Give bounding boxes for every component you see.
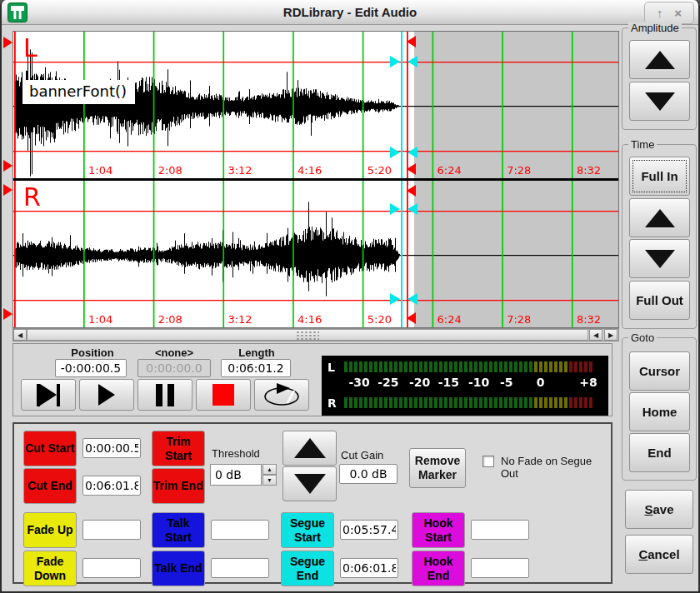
meter-segment [489,361,492,372]
close-button[interactable]: × [674,7,682,19]
waveform-pane-right[interactable]: R 1:042:083:124:165:206:247:288:32 [13,181,618,327]
waveform-hscrollbar[interactable]: ◀ ◀ ▶ [12,328,619,341]
goto-end-button[interactable]: End [629,433,690,472]
cut-end-marker-icon[interactable] [407,312,416,324]
meter-segment [534,361,538,372]
hook-end-input[interactable] [471,558,529,578]
meter-segment [514,361,518,372]
full-in-button[interactable]: Full In [629,157,690,196]
segue-marker-icon[interactable] [408,147,418,158]
talk-end-input[interactable] [211,558,269,578]
shade-button[interactable]: ↑ [657,7,663,19]
cut-end-marker-icon[interactable] [407,163,416,175]
cut-start-button[interactable]: Cut Start [23,431,77,466]
hook-start-input[interactable] [471,520,529,540]
marker-panel: Cut Start Cut End Trim Start Trim End Th… [12,422,612,584]
fade-up-button[interactable]: Fade Up [23,512,77,548]
gain-up-button[interactable] [282,431,337,466]
waveform-pane-left[interactable]: L bannerFont() 1:042:083:124:165:206:247… [13,32,618,178]
meter-segment [399,397,402,408]
gain-down-button[interactable] [282,466,337,501]
pause-icon [156,384,162,406]
segue-start-button[interactable]: Segue Start [281,512,334,548]
position-input[interactable] [55,359,127,377]
remove-marker-button[interactable]: Remove Marker [409,448,466,488]
segue-start-input[interactable] [340,520,398,540]
trim-end-button[interactable]: Trim End [152,468,205,504]
scrollbar-thumb[interactable] [27,329,588,341]
cut-start-input[interactable] [82,438,141,458]
meter-segment [524,361,528,372]
pause-button[interactable] [138,379,192,411]
goto-home-button[interactable]: Home [629,392,690,431]
cut-end-button[interactable]: Cut End [23,468,77,504]
cancel-button[interactable]: Cancel [625,535,693,574]
scroll-left-button[interactable]: ◀ [13,329,27,341]
cut-end-marker-icon[interactable] [407,185,416,197]
cut-gain-input[interactable] [339,464,398,484]
fade-up-input[interactable] [82,520,141,540]
threshold-spin-up-button[interactable]: ▲ [262,464,277,475]
meter-segment [384,361,388,372]
hook-start-button[interactable]: Hook Start [412,512,465,548]
meter-segment [364,361,368,372]
goto-cursor-button[interactable]: Cursor [629,351,690,391]
window-title: RDLibrary - Edit Audio [2,5,698,19]
cut-end-marker-icon[interactable] [407,36,416,47]
cut-start-marker-icon[interactable] [3,308,12,320]
meter-scale-tick: -25 [378,376,398,389]
scroll-right-button[interactable]: ▶ [604,329,618,341]
arrow-up-icon [645,51,675,69]
talk-start-button[interactable]: Talk Start [152,512,205,548]
full-out-button[interactable]: Full Out [629,281,690,320]
time-down-button[interactable] [629,239,690,278]
meter-segment [349,361,352,372]
play-from-start-button[interactable] [21,379,76,411]
segue-marker-icon[interactable] [408,203,418,215]
threshold-spin-down-button[interactable]: ▼ [262,475,277,486]
meter-segment [434,361,438,372]
cut-start-marker-icon[interactable] [3,184,12,196]
window-controls: ↑ × [644,2,694,24]
cut-start-marker-icon[interactable] [3,160,12,172]
segue-marker-icon[interactable] [408,293,418,305]
level-meter: L -30-25-20-15-10-50+8 R [322,356,608,416]
segue-marker-icon[interactable] [390,293,400,305]
amplitude-down-button[interactable] [629,82,690,121]
hook-end-button[interactable]: Hook End [412,551,465,586]
segue-end-button[interactable]: Segue End [281,551,334,586]
waveform-canvas-right[interactable] [13,181,618,327]
goto-group-label: Goto [628,331,657,344]
stop-button[interactable] [196,379,251,411]
fade-down-input[interactable] [82,558,141,578]
loop-button[interactable] [254,379,309,411]
talk-end-button[interactable]: Talk End [152,551,205,586]
save-button[interactable]: Save [625,490,693,529]
segue-end-input[interactable] [340,558,398,578]
play-button[interactable] [79,379,134,411]
no-fade-label: No Fade on Segue Out [501,455,611,480]
trim-start-button[interactable]: Trim Start [152,431,205,466]
meter-segment [504,361,508,372]
meter-segment [454,397,458,408]
meter-segment [539,397,542,408]
talk-start-input[interactable] [211,520,269,540]
cut-start-marker-icon[interactable] [3,37,12,48]
cut-end-input[interactable] [82,476,141,496]
waveform-canvas-left[interactable] [13,32,618,178]
fade-down-button[interactable]: Fade Down [23,551,77,586]
transport-panel: Position <none> Length [12,343,612,416]
meter-segment [559,397,562,408]
segue-marker-icon[interactable] [390,147,400,158]
meter-segment [579,361,582,372]
arrow-down-icon [645,250,675,268]
time-up-button[interactable] [629,198,690,237]
threshold-input[interactable] [210,464,262,486]
scroll-left-button-2[interactable]: ◀ [589,329,602,341]
no-fade-checkbox[interactable] [482,456,494,467]
segue-marker-icon[interactable] [390,203,400,215]
amplitude-up-button[interactable] [629,40,690,79]
segue-marker-icon[interactable] [408,56,418,67]
segue-marker-icon[interactable] [390,56,400,67]
length-input[interactable] [221,359,291,377]
